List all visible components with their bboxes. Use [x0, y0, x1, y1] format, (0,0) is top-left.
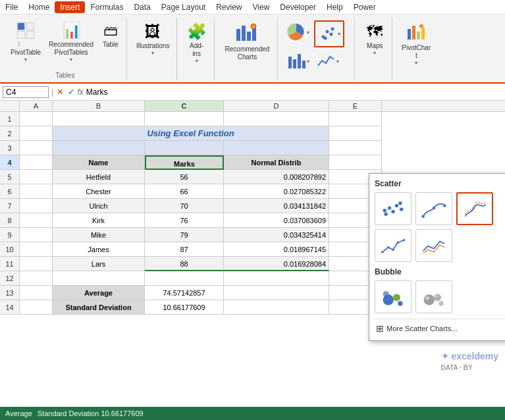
- cell-c1[interactable]: [145, 112, 224, 126]
- scatter-straight-lines-option[interactable]: [375, 229, 412, 262]
- row-num-2[interactable]: 2: [0, 126, 20, 141]
- cell-b6[interactable]: Chester: [53, 184, 145, 199]
- more-scatter-charts-link[interactable]: ⊞ More Scatter Charts...: [375, 319, 505, 335]
- illustrations-button[interactable]: 🖼 Illustrations ▾: [134, 20, 173, 58]
- menu-file[interactable]: File: [0, 1, 23, 13]
- recommended-charts-button[interactable]: ✓ RecommendedCharts: [223, 20, 273, 63]
- cell-b3[interactable]: [53, 141, 145, 155]
- cell-c14-value[interactable]: 10.66177609: [145, 300, 224, 315]
- cell-b11[interactable]: Lars: [53, 257, 145, 271]
- cell-a14[interactable]: [20, 300, 53, 315]
- row-num-12[interactable]: 12: [0, 271, 20, 286]
- cell-a7[interactable]: [20, 199, 53, 213]
- cell-e1[interactable]: [329, 112, 382, 126]
- cell-a1[interactable]: [20, 112, 53, 126]
- cell-d9[interactable]: 0.034325414: [224, 228, 329, 242]
- cell-d14[interactable]: [224, 300, 329, 315]
- menu-review[interactable]: Review: [211, 1, 247, 13]
- cell-c6[interactable]: 66: [145, 184, 224, 199]
- cell-a12[interactable]: [20, 271, 53, 286]
- cell-d6[interactable]: 0.027085322: [224, 184, 329, 199]
- row-num-3[interactable]: 3: [0, 141, 20, 155]
- cell-a2[interactable]: [20, 126, 53, 141]
- cell-d7[interactable]: 0.034131842: [224, 199, 329, 213]
- row-num-8[interactable]: 8: [0, 213, 20, 228]
- cell-c9[interactable]: 79: [145, 228, 224, 242]
- cell-a11[interactable]: [20, 257, 53, 271]
- maps-button[interactable]: 🗺 Maps ▾: [361, 20, 388, 58]
- row-num-10[interactable]: 10: [0, 242, 20, 257]
- cell-d8[interactable]: 0.037083609: [224, 213, 329, 228]
- cell-a8[interactable]: [20, 213, 53, 228]
- cell-b2-title[interactable]: Using Excel Function: [53, 126, 329, 141]
- cell-d1[interactable]: [224, 112, 329, 126]
- menu-data[interactable]: Data: [128, 1, 155, 13]
- menu-developer[interactable]: Developer: [275, 1, 321, 13]
- row-num-14[interactable]: 14: [0, 300, 20, 315]
- col-header-b[interactable]: B: [53, 101, 145, 111]
- cell-e2[interactable]: [329, 126, 382, 141]
- bubble-3d-option[interactable]: [415, 280, 452, 313]
- cell-c10[interactable]: 87: [145, 242, 224, 257]
- scatter-basic-option[interactable]: [375, 192, 412, 225]
- cell-d13[interactable]: [224, 286, 329, 300]
- row-num-13[interactable]: 13: [0, 286, 20, 300]
- cell-b7[interactable]: Ulrich: [53, 199, 145, 213]
- pivot-table-button[interactable]: ↕ PivotTable ▾: [8, 20, 43, 65]
- menu-page-layout[interactable]: Page Layout: [156, 1, 211, 13]
- menu-formulas[interactable]: Formulas: [85, 1, 128, 13]
- menu-home[interactable]: Home: [23, 1, 55, 13]
- cell-b12[interactable]: [53, 271, 145, 286]
- cell-d5[interactable]: 0.008207892: [224, 170, 329, 184]
- cell-c3[interactable]: [145, 141, 224, 155]
- menu-insert[interactable]: Insert: [55, 1, 85, 13]
- cell-a3[interactable]: [20, 141, 53, 155]
- add-ins-button[interactable]: 🧩 Add-ins ▾: [184, 20, 210, 66]
- cell-c5[interactable]: 56: [145, 170, 224, 184]
- formula-cancel-button[interactable]: ✕: [57, 87, 64, 97]
- col-header-a[interactable]: A: [20, 101, 53, 111]
- cell-reference-box[interactable]: [3, 86, 49, 98]
- row-num-7[interactable]: 7: [0, 199, 20, 213]
- cell-b8[interactable]: Kirk: [53, 213, 145, 228]
- line-chart-button[interactable]: ▾: [314, 49, 342, 74]
- cell-d3[interactable]: [224, 141, 329, 155]
- scatter-smooth-lines-option[interactable]: [415, 192, 452, 225]
- row-num-5[interactable]: 5: [0, 170, 20, 184]
- cell-a10[interactable]: [20, 242, 53, 257]
- cell-b13-label[interactable]: Average: [53, 286, 145, 300]
- pie-chart-button[interactable]: ▾: [284, 20, 312, 45]
- menu-help[interactable]: Help: [321, 1, 348, 13]
- cell-b1[interactable]: [53, 112, 145, 126]
- cell-a6[interactable]: [20, 184, 53, 199]
- cell-d12[interactable]: [224, 271, 329, 286]
- cell-a9[interactable]: [20, 228, 53, 242]
- scatter-chart-button[interactable]: ▾: [314, 20, 344, 47]
- cell-e3[interactable]: [329, 141, 382, 155]
- col-header-e[interactable]: E: [329, 101, 382, 111]
- menu-view[interactable]: View: [248, 1, 275, 13]
- pivot-chart-button[interactable]: ↙ PivotChart ▾: [399, 20, 433, 68]
- cell-d4-header[interactable]: Normal Distrib: [224, 155, 329, 170]
- scatter-straight-lines-markers-option[interactable]: [415, 229, 452, 262]
- formula-input[interactable]: [86, 88, 502, 97]
- cell-a5[interactable]: [20, 170, 53, 184]
- row-num-11[interactable]: 11: [0, 257, 20, 271]
- cell-b5[interactable]: Hetfield: [53, 170, 145, 184]
- scatter-smooth-lines-markers-option[interactable]: [456, 192, 493, 225]
- cell-b14-label[interactable]: Standard Deviation: [53, 300, 145, 315]
- cell-d11[interactable]: 0.016928084: [224, 257, 329, 271]
- cell-c12[interactable]: [145, 271, 224, 286]
- row-num-6[interactable]: 6: [0, 184, 20, 199]
- cell-a13[interactable]: [20, 286, 53, 300]
- row-num-1[interactable]: 1: [0, 112, 20, 126]
- cell-b10[interactable]: James: [53, 242, 145, 257]
- cell-e4[interactable]: [329, 155, 382, 170]
- cell-b4-header[interactable]: Name: [53, 155, 145, 170]
- row-num-4[interactable]: 4: [0, 155, 20, 170]
- cell-c11[interactable]: 88: [145, 257, 224, 271]
- recommended-pivottables-button[interactable]: 📊 RecommendedPivotTables ▾: [46, 20, 96, 65]
- bubble-2d-option[interactable]: [375, 280, 412, 313]
- formula-confirm-button[interactable]: ✓: [68, 87, 75, 97]
- cell-b9[interactable]: Mike: [53, 228, 145, 242]
